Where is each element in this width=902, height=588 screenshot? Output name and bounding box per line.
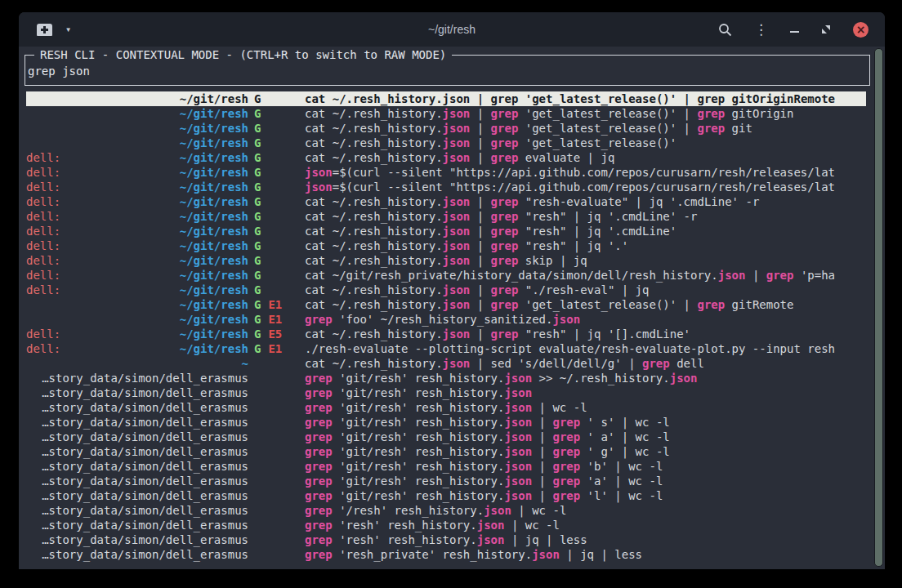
flags-cell: G (248, 194, 305, 209)
history-row[interactable]: …story_data/simon/dell_erasmusgrep 'git/… (26, 371, 866, 385)
history-row[interactable]: dell:~/git/reshGcat ~/.resh_history.json… (26, 150, 866, 165)
history-row[interactable]: dell:~/git/reshGjson=$(curl --silent "ht… (26, 165, 866, 180)
history-row[interactable]: dell:~/git/reshGcat ~/git/resh_private/h… (26, 268, 866, 283)
command-segment: | (470, 210, 490, 223)
command-segment: dell (670, 357, 704, 370)
scrollbar-thumb[interactable] (874, 48, 883, 567)
flags-cell (248, 518, 305, 532)
command-segment: | (470, 92, 490, 105)
directory-label: …story_data/simon/dell_erasmus (42, 444, 248, 459)
flag-g: G (254, 224, 261, 238)
command-text: cat ~/.resh_history.json | grep 'get_lat… (305, 106, 866, 121)
history-row[interactable]: dell:~/git/reshGcat ~/.resh_history.json… (26, 253, 866, 268)
command-segment: ./resh-evaluate --plotting-script evalua… (305, 342, 835, 355)
host-dir-cell: dell:~/git/resh (26, 327, 248, 341)
history-row[interactable]: ~/git/reshGcat ~/.resh_history.json | gr… (26, 106, 866, 121)
flag-g: G (254, 283, 261, 297)
command-segment: json (504, 460, 532, 473)
history-row[interactable]: ~/git/reshGcat ~/.resh_history.json | gr… (26, 121, 866, 136)
history-row[interactable]: dell:~/git/reshGjson=$(curl --silent "ht… (26, 180, 866, 194)
command-text: ./resh-evaluate --plotting-script evalua… (305, 341, 866, 356)
command-segment: 'b' | wc -l (580, 460, 663, 473)
host-dir-cell: ~/git/resh (26, 91, 248, 106)
new-tab-icon[interactable] (37, 24, 52, 36)
command-segment: "resh" | jq '.' (518, 239, 628, 252)
chevron-down-icon[interactable]: ▾ (65, 24, 71, 34)
command-segment: cat ~/.resh_history. (305, 327, 443, 341)
command-segment: | wc -l (504, 519, 559, 532)
command-segment: "resh-evaluate" | jq '.cmdLine' -r (518, 195, 759, 208)
command-segment: cat ~/.resh_history. (305, 357, 443, 370)
history-row[interactable]: …story_data/simon/dell_erasmusgrep 'resh… (26, 547, 866, 562)
host-label: dell: (26, 341, 60, 356)
history-row[interactable]: …story_data/simon/dell_erasmusgrep 'git/… (26, 444, 866, 459)
flags-cell (248, 474, 305, 488)
command-segment: grep (552, 445, 580, 458)
flag-g: G (254, 106, 261, 121)
command-text: cat ~/.resh_history.json | grep "resh-ev… (305, 194, 866, 209)
titlebar[interactable]: ▾ ~/git/resh ⋮ × (19, 12, 885, 47)
search-icon[interactable] (718, 23, 732, 37)
history-row[interactable]: …story_data/simon/dell_erasmusgrep 'git/… (26, 430, 866, 444)
host-label: dell: (26, 150, 60, 165)
search-query-input[interactable]: grep json (28, 65, 90, 78)
history-row[interactable]: dell:~/git/reshGcat ~/.resh_history.json… (26, 238, 866, 253)
command-segment: grep (491, 107, 519, 120)
command-segment: grep (305, 313, 333, 326)
directory-label: …story_data/simon/dell_erasmus (42, 547, 248, 562)
flags-cell (248, 415, 305, 430)
command-segment: grep (552, 416, 580, 429)
command-segment: | (470, 136, 490, 149)
host-dir-cell: …story_data/simon/dell_erasmus (26, 459, 248, 474)
history-row[interactable]: ~/git/reshGcat ~/.resh_history.json | gr… (26, 91, 866, 106)
command-segment: | (470, 283, 490, 296)
flags-cell (248, 400, 305, 415)
history-row[interactable]: dell:~/git/reshGcat ~/.resh_history.json… (26, 194, 866, 209)
history-row[interactable]: dell:~/git/reshGcat ~/.resh_history.json… (26, 283, 866, 297)
command-text: json=$(curl --silent "https://api.github… (305, 165, 866, 180)
history-row[interactable]: ~/git/reshGE1grep 'foo' ~/resh_history_s… (26, 312, 866, 327)
command-segment: cat ~/.resh_history. (305, 136, 443, 149)
command-segment: grep (491, 327, 519, 341)
command-text: grep 'git/resh' resh_history.json | grep… (305, 459, 866, 474)
history-row[interactable]: ~/git/reshGcat ~/.resh_history.json | gr… (26, 136, 866, 150)
history-row[interactable]: dell:~/git/reshGE5cat ~/.resh_history.js… (26, 327, 866, 341)
command-segment: =$(curl --silent "https://api.github.com… (333, 180, 835, 194)
host-dir-cell: …story_data/simon/dell_erasmus (26, 444, 248, 459)
restore-window-icon[interactable] (821, 24, 831, 34)
history-row[interactable]: …story_data/simon/dell_erasmusgrep 'git/… (26, 459, 866, 474)
history-row[interactable]: dell:~/git/reshGE1./resh-evaluate --plot… (26, 341, 866, 356)
history-row[interactable]: …story_data/simon/dell_erasmusgrep 'resh… (26, 532, 866, 547)
history-row[interactable]: …story_data/simon/dell_erasmusgrep 'resh… (26, 518, 866, 532)
flag-g: G (254, 341, 261, 356)
history-row[interactable]: ~cat ~/.resh_history.json | sed 's/dell/… (26, 356, 866, 371)
command-text: grep 'resh_private' resh_history.json | … (305, 547, 866, 562)
history-row[interactable]: ~/git/reshGE1cat ~/.resh_history.json | … (26, 297, 866, 312)
history-row[interactable]: …story_data/simon/dell_erasmusgrep 'git/… (26, 415, 866, 430)
command-segment: json (443, 254, 471, 267)
history-row[interactable]: dell:~/git/reshGcat ~/.resh_history.json… (26, 224, 866, 238)
minimize-icon[interactable] (790, 31, 799, 33)
command-segment: json (504, 474, 532, 488)
host-dir-cell: dell:~/git/resh (26, 238, 248, 253)
command-segment: grep (491, 195, 519, 208)
host-dir-cell: dell:~/git/resh (26, 209, 248, 224)
history-row[interactable]: …story_data/simon/dell_erasmusgrep 'git/… (26, 400, 866, 415)
directory-label: ~/git/resh (180, 283, 248, 297)
history-row[interactable]: …story_data/simon/dell_erasmusgrep '/res… (26, 503, 866, 518)
history-row[interactable]: …story_data/simon/dell_erasmusgrep 'git/… (26, 474, 866, 488)
history-row[interactable]: …story_data/simon/dell_erasmusgrep 'git/… (26, 488, 866, 503)
close-icon[interactable]: × (853, 22, 869, 38)
menu-kebab-icon[interactable]: ⋮ (754, 23, 768, 37)
command-segment: grep (305, 533, 333, 546)
command-segment: json (443, 298, 471, 311)
command-segment: >> ~/.resh_history. (532, 372, 670, 385)
command-segment: json (504, 372, 532, 385)
command-text: cat ~/.resh_history.json | grep 'get_lat… (305, 91, 866, 106)
history-row[interactable]: …story_data/simon/dell_erasmusgrep 'git/… (26, 385, 866, 400)
flags-cell (248, 503, 305, 518)
command-segment: grep (305, 401, 333, 414)
history-row[interactable]: dell:~/git/reshGcat ~/.resh_history.json… (26, 209, 866, 224)
command-segment: grep (491, 283, 519, 296)
terminal-content: RESH CLI - CONTEXTUAL MODE - (CTRL+R to … (19, 47, 885, 569)
